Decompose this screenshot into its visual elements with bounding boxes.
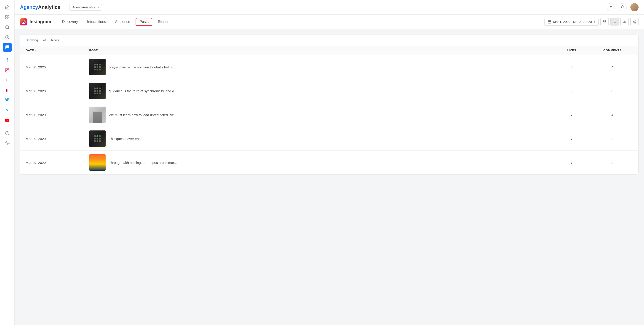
tab-stories[interactable]: Stories <box>154 18 173 26</box>
svg-rect-19 <box>605 21 606 22</box>
platform-label: Instagram <box>20 18 51 26</box>
sidebar-facebook[interactable]: f <box>3 56 12 65</box>
svg-rect-7 <box>5 68 9 72</box>
logo-analytics: Analytics <box>38 4 60 10</box>
sub-header-right: Mar 1, 2020 - Mar 31, 2020 ▾ <box>544 18 638 26</box>
notifications-button[interactable] <box>618 3 627 11</box>
row-date: Mar 30, 2020 <box>26 89 89 93</box>
post-thumbnail[interactable] <box>89 59 106 75</box>
nav-tabs: Discovery Interactions Audience Posts St… <box>58 18 173 26</box>
grid-view-button[interactable] <box>600 18 608 26</box>
row-date: Mar 29, 2020 <box>26 137 89 141</box>
help-icon: ? <box>610 5 612 9</box>
col-comments: COMMENTS <box>592 49 633 52</box>
main-area: AgencyAnalytics AgencyAnalytics ▾ ? <box>14 0 644 325</box>
svg-line-5 <box>8 28 9 29</box>
table-header: DATE ▾ POST LIKES COMMENTS <box>20 46 638 55</box>
agency-selector-label: AgencyAnalytics <box>72 6 96 9</box>
post-cell: This quest never ends. <box>89 130 551 147</box>
svg-rect-20 <box>603 22 604 23</box>
post-thumbnail[interactable] <box>89 154 106 171</box>
list-view-button[interactable] <box>610 18 618 26</box>
sidebar-twitter[interactable] <box>3 96 12 105</box>
sidebar-messages[interactable] <box>3 43 12 52</box>
svg-rect-18 <box>603 21 604 22</box>
sidebar-linkedin[interactable]: in <box>3 76 12 85</box>
tab-audience[interactable]: Audience <box>112 18 134 26</box>
sidebar-extra1[interactable] <box>3 129 12 138</box>
sidebar-instagram[interactable] <box>3 66 12 75</box>
comments-count: 4 <box>592 113 633 117</box>
calendar-icon <box>548 20 551 24</box>
header-right: ? <box>607 3 638 11</box>
tab-interactions[interactable]: Interactions <box>84 18 110 26</box>
date-range-chevron: ▾ <box>594 20 595 24</box>
sidebar: f in P V <box>0 0 14 325</box>
likes-count: 7 <box>551 161 592 165</box>
row-date: Mar 30, 2020 <box>26 65 89 69</box>
svg-point-4 <box>6 26 8 29</box>
user-avatar[interactable] <box>630 3 638 11</box>
table-row: Mar 29, 2020 Through faith healing, our … <box>20 151 638 174</box>
post-cell: guidance is the truth of synchronicity, … <box>89 83 551 99</box>
table-meta: Showing 35 of 35 Rows <box>20 35 638 46</box>
comments-count: 3 <box>592 137 633 141</box>
svg-rect-14 <box>548 21 551 23</box>
col-date[interactable]: DATE ▾ <box>26 49 89 52</box>
likes-count: 6 <box>551 65 592 69</box>
agency-selector[interactable]: AgencyAnalytics ▾ <box>69 4 102 11</box>
post-thumbnail[interactable] <box>89 130 106 147</box>
col-likes: LIKES <box>551 49 592 52</box>
svg-point-33 <box>635 22 636 23</box>
date-picker[interactable]: Mar 1, 2020 - Mar 31, 2020 ▾ <box>544 18 598 26</box>
sidebar-reports[interactable] <box>3 33 12 42</box>
table-row: Mar 30, 2020 prayer may be the solution … <box>20 55 638 79</box>
post-thumbnail[interactable] <box>89 83 106 99</box>
posts-table: Showing 35 of 35 Rows DATE ▾ POST LIKES … <box>20 35 638 175</box>
table-row: Mar 30, 2020 We must learn how to lead u… <box>20 103 638 127</box>
instagram-icon <box>20 18 27 26</box>
share-button[interactable] <box>630 18 638 26</box>
likes-count: 7 <box>551 137 592 141</box>
svg-point-12 <box>23 21 24 23</box>
post-cell: Through faith healing, our hopes are imm… <box>89 154 551 171</box>
svg-rect-3 <box>8 18 9 19</box>
sidebar-search[interactable] <box>3 23 12 32</box>
svg-point-8 <box>6 70 8 71</box>
post-thumbnail[interactable] <box>89 107 106 123</box>
agency-selector-chevron: ▾ <box>98 6 99 9</box>
date-range-label: Mar 1, 2020 - Mar 31, 2020 <box>553 20 592 24</box>
sort-arrow-icon: ▾ <box>35 49 37 52</box>
sidebar-grid[interactable] <box>3 13 12 22</box>
svg-rect-21 <box>605 22 606 23</box>
logo-agency: Agency <box>20 4 38 10</box>
sub-header-left: Instagram Discovery Interactions Audienc… <box>20 18 173 26</box>
comments-count: 4 <box>592 161 633 165</box>
table-row: Mar 30, 2020 guidance is the truth of sy… <box>20 79 638 103</box>
chart-view-button[interactable] <box>620 18 628 26</box>
sidebar-pinterest[interactable]: P <box>3 86 12 95</box>
post-cell: prayer may be the solution to what's hol… <box>89 59 551 75</box>
sidebar-youtube[interactable] <box>3 116 12 125</box>
svg-rect-0 <box>6 16 7 17</box>
post-text: guidance is the truth of synchronicity, … <box>109 89 177 93</box>
row-date: Mar 30, 2020 <box>26 113 89 117</box>
post-text: This quest never ends. <box>109 137 143 141</box>
platform-name: Instagram <box>30 19 51 24</box>
help-button[interactable]: ? <box>607 3 615 11</box>
top-header: AgencyAnalytics AgencyAnalytics ▾ ? <box>14 0 644 15</box>
col-post: POST <box>89 49 551 52</box>
tab-posts[interactable]: Posts <box>136 18 152 26</box>
tab-discovery[interactable]: Discovery <box>58 18 82 26</box>
svg-line-34 <box>634 22 635 23</box>
sidebar-phone[interactable] <box>3 139 12 148</box>
post-text: Through faith healing, our hopes are imm… <box>109 161 177 165</box>
sidebar-vimeo[interactable]: V <box>3 106 12 115</box>
svg-rect-2 <box>6 18 7 19</box>
svg-rect-1 <box>8 16 9 17</box>
bell-icon <box>620 5 625 9</box>
likes-count: 7 <box>551 113 592 117</box>
logo: AgencyAnalytics <box>20 4 60 10</box>
row-date: Mar 29, 2020 <box>26 161 89 165</box>
sidebar-home[interactable] <box>3 3 12 12</box>
